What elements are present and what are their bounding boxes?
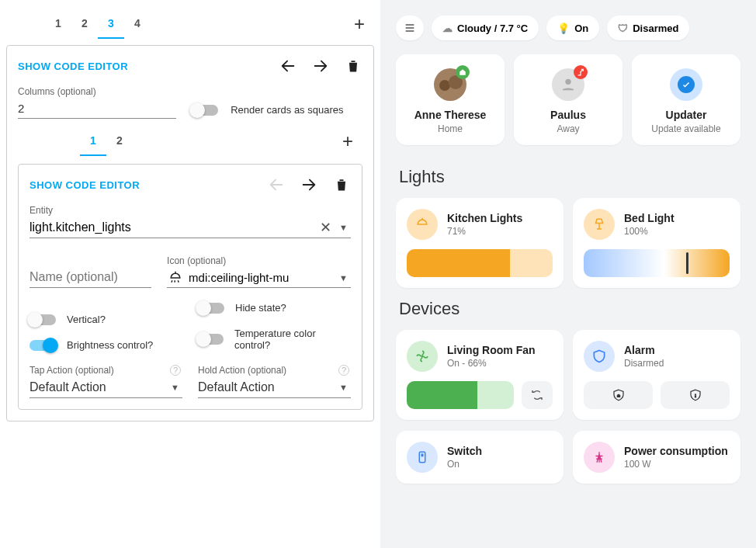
home-badge-icon — [456, 65, 470, 79]
tile-sub: 100 W — [624, 459, 728, 470]
color-temp-label: Temperature color control? — [234, 328, 351, 351]
dropdown-caret-icon[interactable]: ▼ — [336, 273, 351, 283]
icon-input[interactable] — [189, 268, 336, 287]
tile-title: Switch — [447, 445, 482, 457]
shield-icon: 🛡 — [618, 23, 628, 34]
away-badge-icon — [574, 65, 588, 79]
outer-tabs: 1 2 3 4 + — [6, 9, 374, 39]
vertical-toggle[interactable] — [29, 314, 56, 325]
arrow-left-icon[interactable] — [279, 57, 297, 75]
alarm-tile[interactable]: AlarmDisarmed — [573, 330, 740, 420]
switch-tile[interactable]: SwitchOn — [396, 431, 564, 484]
tile-sub: 100% — [624, 226, 675, 237]
svg-rect-5 — [421, 454, 424, 457]
hide-state-label: Hide state? — [235, 302, 286, 314]
alarm-chip[interactable]: 🛡Disarmed — [607, 16, 689, 40]
devices-header: Devices — [399, 299, 740, 319]
columns-input[interactable] — [18, 99, 176, 119]
help-icon[interactable]: ? — [338, 365, 349, 376]
transmission-tower-icon — [584, 442, 615, 473]
tile-sub: On - 66% — [447, 358, 536, 369]
person-name: Anne Therese — [404, 109, 497, 121]
brightness-slider[interactable] — [407, 249, 553, 277]
show-code-editor-inner-button[interactable]: SHOW CODE EDITOR — [29, 179, 140, 191]
arrow-left-icon — [267, 175, 286, 194]
entity-label: Entity — [29, 205, 351, 216]
trash-icon[interactable] — [344, 57, 362, 75]
add-inner-tab-icon[interactable]: + — [339, 127, 356, 155]
alarm-chip-text: Disarmed — [633, 23, 678, 34]
tap-action-select[interactable] — [29, 377, 168, 397]
hide-state-toggle[interactable] — [198, 303, 224, 314]
switch-icon — [407, 442, 438, 473]
svg-point-2 — [694, 394, 695, 395]
avatar — [670, 68, 702, 101]
arrow-right-icon[interactable] — [300, 175, 318, 194]
entity-input[interactable] — [29, 217, 315, 238]
clear-icon[interactable]: ✕ — [315, 219, 336, 236]
power-tile[interactable]: Power consumption100 W — [573, 431, 740, 484]
updater-state: Update available — [640, 123, 733, 134]
card-editor-inner: SHOW CODE EDITOR Entity ✕ ▼ Icon (option — [18, 164, 362, 410]
icon-label: Icon (optional) — [167, 255, 351, 266]
oscillate-button[interactable] — [522, 381, 553, 409]
vertical-label: Vertical? — [67, 314, 106, 325]
add-tab-icon[interactable]: + — [351, 10, 368, 38]
fan-slider[interactable] — [407, 381, 514, 409]
tile-sub: 71% — [447, 226, 522, 237]
render-squares-toggle[interactable] — [192, 105, 218, 116]
tile-sub: On — [447, 459, 482, 470]
person-state: Home — [404, 123, 497, 134]
dropdown-caret-icon[interactable]: ▼ — [168, 383, 182, 392]
hold-action-select[interactable] — [198, 377, 336, 397]
name-input[interactable] — [29, 267, 151, 288]
tile-sub: Disarmed — [624, 358, 664, 369]
inner-tab-1[interactable]: 1 — [80, 127, 106, 156]
light-tile-bed[interactable]: Bed Light100% — [573, 198, 740, 288]
tab-4[interactable]: 4 — [124, 9, 151, 39]
light-chip[interactable]: 💡On — [546, 16, 599, 40]
tap-action-label: Tap Action (optional) — [29, 365, 182, 376]
tab-2[interactable]: 2 — [71, 9, 98, 39]
person-name: Paulus — [522, 109, 615, 121]
updater-name: Updater — [640, 109, 733, 121]
light-tile-kitchen[interactable]: Kitchen Lights71% — [396, 198, 564, 288]
person-card[interactable]: Paulus Away — [514, 54, 622, 145]
tab-1[interactable]: 1 — [45, 9, 71, 39]
tile-title: Living Room Fan — [447, 344, 536, 356]
svg-rect-3 — [694, 395, 695, 397]
person-state: Away — [522, 123, 615, 134]
updater-card[interactable]: Updater Update available — [632, 54, 740, 145]
ceiling-light-icon — [407, 209, 438, 240]
tile-title: Kitchen Lights — [447, 212, 522, 224]
lightbulb-icon: 💡 — [557, 23, 570, 34]
avatar — [434, 68, 466, 101]
trash-icon[interactable] — [332, 175, 351, 194]
shield-icon — [584, 341, 615, 372]
weather-chip[interactable]: ☁Cloudy / 7.7 °C — [432, 16, 539, 40]
dropdown-caret-icon[interactable]: ▼ — [336, 223, 351, 232]
color-temp-toggle[interactable] — [198, 334, 224, 345]
ceiling-light-icon — [167, 269, 184, 286]
show-code-editor-button[interactable]: SHOW CODE EDITOR — [18, 61, 128, 72]
help-icon[interactable]: ? — [170, 365, 181, 376]
color-temp-slider[interactable] — [584, 249, 730, 277]
lights-header: Lights — [399, 167, 740, 187]
tab-3[interactable]: 3 — [98, 9, 124, 39]
dropdown-caret-icon[interactable]: ▼ — [336, 383, 351, 392]
cloud-icon: ☁ — [442, 23, 453, 34]
arm-home-button[interactable] — [584, 381, 653, 409]
arrow-right-icon[interactable] — [311, 57, 330, 75]
person-card[interactable]: Anne Therese Home — [396, 54, 505, 145]
arm-away-button[interactable] — [661, 381, 730, 409]
tile-title: Bed Light — [624, 212, 675, 224]
brightness-toggle[interactable] — [29, 340, 56, 351]
hold-action-label: Hold Action (optional) — [198, 365, 351, 376]
menu-chip[interactable] — [396, 16, 424, 40]
inner-tab-2[interactable]: 2 — [106, 127, 133, 156]
card-editor-outer: SHOW CODE EDITOR Columns (optional) Rend… — [6, 45, 374, 421]
tile-title: Power consumption — [624, 445, 728, 457]
svg-point-0 — [565, 79, 570, 85]
brightness-label: Brightness control? — [67, 339, 153, 351]
fan-tile[interactable]: Living Room FanOn - 66% — [396, 330, 564, 420]
